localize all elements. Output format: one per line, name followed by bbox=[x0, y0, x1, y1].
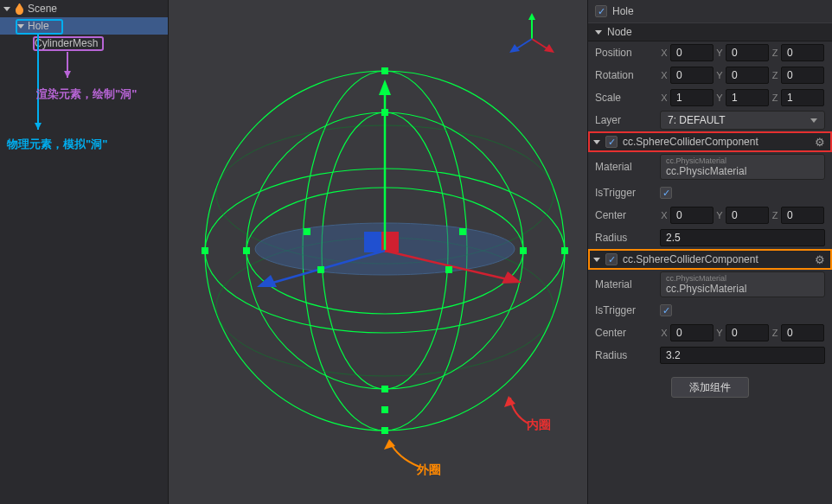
tree-row-scene[interactable]: Scene bbox=[0, 0, 168, 17]
radius-input[interactable] bbox=[660, 347, 825, 364]
layer-value: 7: DEFAULT bbox=[668, 114, 725, 126]
svg-rect-34 bbox=[445, 266, 452, 273]
scene-label: Scene bbox=[28, 3, 57, 15]
caret-icon bbox=[17, 24, 24, 29]
radius-label: Radius bbox=[595, 232, 660, 244]
chevron-down-icon bbox=[810, 118, 817, 123]
component1-enabled-checkbox[interactable] bbox=[605, 136, 618, 148]
rotation-x-input[interactable] bbox=[670, 67, 714, 84]
svg-marker-18 bbox=[379, 80, 391, 95]
render-annotation: 渲染元素，绘制"洞" bbox=[36, 86, 137, 102]
center-z-input[interactable] bbox=[781, 207, 824, 224]
caret-icon bbox=[593, 258, 600, 262]
position-row: Position X Y Z bbox=[588, 41, 832, 64]
radius-input[interactable] bbox=[660, 229, 825, 246]
layer-dropdown[interactable]: 7: DEFAULT bbox=[660, 111, 825, 130]
caret-icon bbox=[595, 30, 602, 35]
svg-rect-29 bbox=[381, 109, 388, 116]
component1-title: cc.SphereColliderComponent bbox=[623, 136, 758, 148]
layer-row: Layer 7: DEFAULT bbox=[588, 109, 832, 131]
comp2-material-row: Material cc.PhysicMaterial cc.PhysicMate… bbox=[588, 270, 832, 299]
center-x-input[interactable] bbox=[670, 207, 714, 224]
x-label: X bbox=[660, 48, 669, 58]
comp1-radius-row: Radius bbox=[588, 226, 832, 249]
svg-rect-35 bbox=[381, 406, 388, 413]
center-x-input[interactable] bbox=[670, 324, 714, 341]
layer-label: Layer bbox=[595, 114, 660, 126]
svg-rect-24 bbox=[381, 427, 388, 434]
node-enabled-checkbox[interactable] bbox=[595, 5, 607, 17]
comp1-center-row: Center X Y Z bbox=[588, 204, 832, 226]
svg-rect-28 bbox=[520, 247, 527, 254]
y-label: Y bbox=[715, 48, 724, 58]
node-section-header[interactable]: Node bbox=[588, 22, 832, 41]
scale-x-input[interactable] bbox=[670, 89, 714, 106]
svg-rect-26 bbox=[561, 247, 568, 254]
rotation-label: Rotation bbox=[595, 69, 660, 81]
node-section-label: Node bbox=[607, 26, 632, 38]
svg-rect-32 bbox=[459, 228, 466, 235]
node-name-row: Hole bbox=[588, 0, 832, 22]
svg-marker-1 bbox=[528, 13, 535, 20]
caret-icon bbox=[593, 140, 600, 144]
position-y-input[interactable] bbox=[726, 44, 769, 61]
component2-title: cc.SphereColliderComponent bbox=[623, 253, 758, 265]
physics-annotation: 物理元素，模拟"洞" bbox=[7, 137, 107, 152]
svg-marker-22 bbox=[257, 275, 277, 287]
inspector-panel: Hole Node Position X Y Z Rotation X Y Z … bbox=[587, 0, 832, 504]
position-x-input[interactable] bbox=[670, 44, 714, 61]
svg-marker-37 bbox=[504, 396, 515, 407]
center-y-input[interactable] bbox=[726, 207, 769, 224]
z-label: Z bbox=[771, 48, 779, 58]
viewport-3d[interactable]: 外圈 内圈 bbox=[169, 0, 587, 504]
hierarchy-panel: Scene Hole CylinderMesh 渲染元素，绘制"洞" 物理元素，… bbox=[0, 0, 169, 504]
material-field[interactable]: cc.PhysicMaterial cc.PhysicMaterial bbox=[660, 154, 825, 180]
tree-row-cylindermesh[interactable]: CylinderMesh bbox=[0, 35, 168, 52]
component1-header[interactable]: cc.SphereColliderComponent ⚙ bbox=[588, 131, 832, 152]
component2-enabled-checkbox[interactable] bbox=[605, 253, 618, 265]
comp1-material-row: Material cc.PhysicMaterial cc.PhysicMate… bbox=[588, 152, 832, 182]
svg-rect-25 bbox=[202, 247, 208, 254]
position-label: Position bbox=[595, 47, 660, 59]
comp1-istrigger-row: IsTrigger bbox=[588, 182, 832, 204]
svg-rect-31 bbox=[304, 228, 310, 235]
svg-rect-30 bbox=[381, 386, 388, 392]
center-label: Center bbox=[595, 327, 660, 339]
rotation-row: Rotation X Y Z bbox=[588, 64, 832, 86]
material-field[interactable]: cc.PhysicMaterial cc.PhysicMaterial bbox=[660, 271, 825, 297]
scale-y-input[interactable] bbox=[726, 89, 769, 106]
rotation-y-input[interactable] bbox=[726, 67, 769, 84]
istrigger-checkbox[interactable] bbox=[660, 187, 672, 199]
radius-label: Radius bbox=[595, 349, 660, 361]
component2-header[interactable]: cc.SphereColliderComponent ⚙ bbox=[588, 249, 832, 270]
caret-icon bbox=[3, 7, 10, 11]
material-label: Material bbox=[595, 278, 660, 290]
scale-label: Scale bbox=[595, 92, 660, 104]
center-y-input[interactable] bbox=[726, 324, 769, 341]
rotation-z-input[interactable] bbox=[781, 67, 824, 84]
comp2-radius-row: Radius bbox=[588, 344, 832, 367]
scale-z-input[interactable] bbox=[781, 89, 824, 106]
flame-icon bbox=[14, 3, 24, 14]
gear-icon[interactable]: ⚙ bbox=[815, 253, 825, 266]
istrigger-label: IsTrigger bbox=[595, 187, 660, 199]
position-z-input[interactable] bbox=[781, 44, 824, 61]
comp2-center-row: Center X Y Z bbox=[588, 322, 832, 344]
center-label: Center bbox=[595, 209, 660, 221]
inner-circle-label: 内圈 bbox=[527, 418, 551, 433]
comp2-istrigger-row: IsTrigger bbox=[588, 299, 832, 322]
svg-rect-33 bbox=[317, 266, 324, 273]
add-component-button[interactable]: 添加组件 bbox=[671, 377, 749, 398]
svg-rect-16 bbox=[364, 232, 381, 252]
outer-circle-label: 外圈 bbox=[417, 463, 441, 478]
svg-rect-27 bbox=[243, 247, 250, 254]
node-name: Hole bbox=[612, 5, 634, 17]
istrigger-label: IsTrigger bbox=[595, 304, 660, 316]
material-label: Material bbox=[595, 161, 660, 173]
istrigger-checkbox[interactable] bbox=[660, 304, 672, 316]
tree-row-hole[interactable]: Hole bbox=[0, 17, 168, 35]
cylindermesh-label: CylinderMesh bbox=[35, 37, 98, 49]
center-z-input[interactable] bbox=[781, 324, 824, 341]
gear-icon[interactable]: ⚙ bbox=[815, 136, 825, 149]
hole-label: Hole bbox=[28, 20, 49, 32]
